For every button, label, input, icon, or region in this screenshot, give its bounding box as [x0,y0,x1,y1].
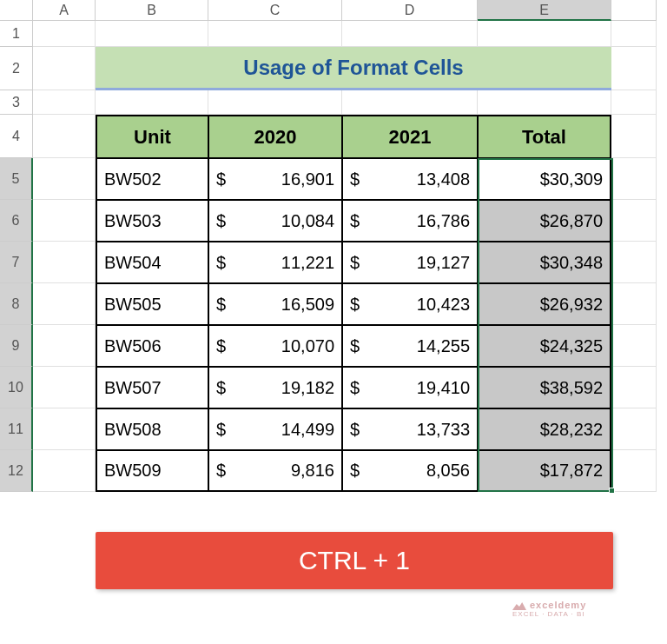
row-header-1[interactable]: 1 [0,21,33,47]
col-header-c[interactable]: C [208,0,342,21]
cell-c3[interactable] [208,90,342,115]
table-row: BW504$11,221$19,127$30,348 [33,242,657,283]
cell-unit[interactable]: BW505 [96,283,208,325]
table-row: BW502$16,901$13,408$30,309 [33,158,657,200]
cell-f2[interactable] [611,47,657,90]
cell-2020[interactable]: $19,182 [208,367,342,408]
cell-e3[interactable] [478,90,611,115]
cell-2021[interactable]: $14,255 [342,325,478,367]
row-header-7[interactable]: 7 [0,242,33,283]
cell-d3[interactable] [342,90,478,115]
cell-2021[interactable]: $13,408 [342,158,478,200]
table-row: BW506$10,070$14,255$24,325 [33,325,657,367]
cell-2020[interactable]: $9,816 [208,450,342,492]
cell-2021[interactable]: $8,056 [342,450,478,492]
cell-total[interactable]: $30,348 [478,242,611,283]
cell-gutter-right[interactable] [611,408,657,450]
cell-unit[interactable]: BW506 [96,325,208,367]
cell-total[interactable]: $30,309 [478,158,611,200]
row-header-2[interactable]: 2 [0,47,33,90]
cell-d1[interactable] [342,21,478,47]
watermark: exceldemy EXCEL · DATA · BI [512,600,586,618]
cell-gutter[interactable] [33,158,96,200]
cell-gutter-right[interactable] [611,200,657,242]
cell-gutter-right[interactable] [611,325,657,367]
row-header-8[interactable]: 8 [0,283,33,325]
cell-2020[interactable]: $14,499 [208,408,342,450]
row-header-12[interactable]: 12 [0,450,33,492]
cell-c1[interactable] [208,21,342,47]
cell-gutter[interactable] [33,450,96,492]
row-header-9[interactable]: 9 [0,325,33,367]
cell-gutter[interactable] [33,242,96,283]
cell-a1[interactable] [33,21,96,47]
select-all-corner[interactable] [0,0,33,21]
cell-2020[interactable]: $11,221 [208,242,342,283]
cell-gutter[interactable] [33,408,96,450]
cell-a3[interactable] [33,90,96,115]
cell-gutter[interactable] [33,325,96,367]
cell-2020[interactable]: $10,084 [208,200,342,242]
table-row: BW509$9,816$8,056$17,872 [33,450,657,492]
row-header-4[interactable]: 4 [0,115,33,158]
cell-2020[interactable]: $16,901 [208,158,342,200]
cell-2021[interactable]: $19,410 [342,367,478,408]
cell-2021[interactable]: $13,733 [342,408,478,450]
table-row: BW505$16,509$10,423$26,932 [33,283,657,325]
cell-unit[interactable]: BW507 [96,367,208,408]
cell-f4[interactable] [611,115,657,158]
cell-total[interactable]: $17,872 [478,450,611,492]
cell-total[interactable]: $26,870 [478,200,611,242]
cell-f3[interactable] [611,90,657,115]
cell-gutter[interactable] [33,367,96,408]
header-unit[interactable]: Unit [96,115,208,158]
cell-a4[interactable] [33,115,96,158]
cell-a2[interactable] [33,47,96,90]
cell-total[interactable]: $38,592 [478,367,611,408]
cell-total[interactable]: $24,325 [478,325,611,367]
logo-icon [512,601,526,610]
cell-total[interactable]: $28,232 [478,408,611,450]
cell-unit[interactable]: BW502 [96,158,208,200]
row-header-10[interactable]: 10 [0,367,33,408]
cell-gutter-right[interactable] [611,450,657,492]
cell-gutter-right[interactable] [611,367,657,408]
row-headers: 1 2 3 4 5 6 7 8 9 10 11 12 [0,21,33,492]
cell-total[interactable]: $26,932 [478,283,611,325]
row-header-3[interactable]: 3 [0,90,33,115]
cell-unit[interactable]: BW504 [96,242,208,283]
cell-unit[interactable]: BW509 [96,450,208,492]
col-header-a[interactable]: A [33,0,96,21]
col-header-d[interactable]: D [342,0,478,21]
cell-gutter-right[interactable] [611,158,657,200]
cell-e1[interactable] [478,21,611,47]
cell-f1[interactable] [611,21,657,47]
cell-b1[interactable] [96,21,208,47]
cell-gutter[interactable] [33,283,96,325]
header-total[interactable]: Total [478,115,611,158]
title-banner[interactable]: Usage of Format Cells [96,47,611,90]
cell-gutter[interactable] [33,200,96,242]
cell-gutter-right[interactable] [611,283,657,325]
column-headers: A B C D E [33,0,657,21]
shortcut-callout: CTRL + 1 [96,532,613,589]
table-row: BW503$10,084$16,786$26,870 [33,200,657,242]
header-2021[interactable]: 2021 [342,115,478,158]
row-header-11[interactable]: 11 [0,408,33,450]
cell-gutter-right[interactable] [611,242,657,283]
cell-b3[interactable] [96,90,208,115]
row-header-5[interactable]: 5 [0,158,33,200]
cell-unit[interactable]: BW508 [96,408,208,450]
header-2020[interactable]: 2020 [208,115,342,158]
cell-2021[interactable]: $16,786 [342,200,478,242]
cell-unit[interactable]: BW503 [96,200,208,242]
cell-2021[interactable]: $19,127 [342,242,478,283]
col-header-b[interactable]: B [96,0,208,21]
cell-2020[interactable]: $16,509 [208,283,342,325]
cell-2021[interactable]: $10,423 [342,283,478,325]
col-header-e[interactable]: E [478,0,611,21]
col-header-f[interactable] [611,0,657,21]
row-header-6[interactable]: 6 [0,200,33,242]
cell-2020[interactable]: $10,070 [208,325,342,367]
table-row: BW508$14,499$13,733$28,232 [33,408,657,450]
